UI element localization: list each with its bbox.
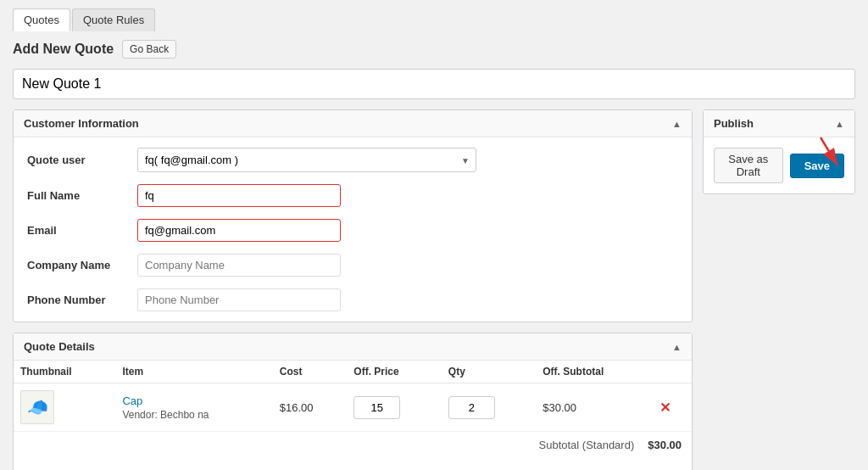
email-label: Email (27, 224, 137, 237)
full-name-field (137, 184, 678, 207)
phone-number-label: Phone Number (27, 294, 137, 306)
col-off-price: Off. Price (347, 361, 441, 383)
phone-number-row: Phone Number (27, 288, 678, 311)
customer-info-body: Quote user fq( fq@gmail.com ) ▼ (14, 137, 692, 322)
product-off-subtotal-cell: $30.00 (536, 383, 653, 432)
quote-user-select[interactable]: fq( fq@gmail.com ) (137, 148, 476, 172)
publish-toggle[interactable]: ▲ (835, 119, 844, 129)
quote-details-header: Quote Details ▲ (14, 333, 692, 361)
product-qty-cell (442, 383, 536, 432)
product-thumbnail: 🧢 (20, 390, 54, 424)
quote-details-table: Thumbnail Item Cost Off. Price Qty Off. … (14, 361, 692, 431)
full-name-label: Full Name (27, 189, 137, 202)
company-name-row: Company Name (27, 254, 678, 277)
product-name-link[interactable]: Cap (122, 394, 142, 407)
quote-user-field[interactable]: fq( fq@gmail.com ) ▼ (137, 148, 678, 172)
subtotal-row: Subtotal (Standard) $30.00 (14, 431, 692, 458)
phone-number-input[interactable] (137, 288, 341, 311)
quote-details-panel: Quote Details ▲ Thumbnail Item Cost Off.… (13, 333, 693, 470)
col-item: Item (115, 361, 272, 383)
page-header: Add New Quote Go Back (13, 40, 855, 59)
go-back-button[interactable]: Go Back (122, 40, 176, 59)
customer-info-header: Customer Information ▲ (14, 110, 692, 137)
publish-body: Save as Draft Save (704, 137, 854, 193)
product-vendor: Vendor: Bechbo na (122, 409, 265, 421)
email-input[interactable] (137, 219, 341, 242)
col-actions (653, 361, 692, 383)
publish-panel: Publish ▲ Save as Draft (703, 109, 855, 194)
company-name-field (137, 254, 678, 277)
tab-quotes[interactable]: Quotes (13, 8, 70, 31)
subtotal-label: Subtotal (Standard) (539, 439, 635, 451)
product-off-subtotal: $30.00 (542, 401, 576, 414)
off-price-input[interactable] (353, 396, 400, 419)
page-title: Add New Quote (13, 42, 114, 57)
quote-name-input[interactable] (13, 69, 855, 99)
product-off-price-cell (347, 383, 441, 432)
email-field (137, 219, 678, 242)
email-row: Email (27, 219, 678, 242)
quote-details-toggle[interactable]: ▲ (672, 342, 682, 352)
quote-user-label: Quote user (27, 154, 137, 166)
product-thumbnail-cell: 🧢 (14, 383, 115, 432)
save-button[interactable]: Save (790, 154, 844, 178)
full-name-row: Full Name (27, 184, 678, 207)
quote-details-title: Quote Details (24, 340, 95, 353)
content-area: Customer Information ▲ Quote user fq( fq… (13, 109, 693, 470)
col-off-subtotal: Off. Subtotal (536, 361, 653, 383)
tab-quote-rules[interactable]: Quote Rules (72, 8, 155, 31)
publish-header: Publish ▲ (704, 110, 854, 137)
customer-information-panel: Customer Information ▲ Quote user fq( fq… (13, 109, 693, 322)
full-name-input[interactable] (137, 184, 341, 207)
qty-input[interactable] (448, 396, 495, 419)
company-name-input[interactable] (137, 254, 341, 277)
save-draft-button[interactable]: Save as Draft (714, 148, 783, 183)
quote-user-row: Quote user fq( fq@gmail.com ) ▼ (27, 148, 678, 172)
sidebar: Publish ▲ Save as Draft (703, 109, 855, 194)
tabs-bar: Quotes Quote Rules (13, 8, 855, 31)
table-row: 🧢 Cap Vendor: Bechbo na (14, 383, 692, 432)
customer-info-toggle[interactable]: ▲ (672, 119, 682, 129)
main-layout: Customer Information ▲ Quote user fq( fq… (13, 109, 855, 470)
customer-info-title: Customer Information (24, 117, 139, 130)
col-cost: Cost (273, 361, 348, 383)
product-cost: $16.00 (280, 401, 314, 414)
company-name-label: Company Name (27, 259, 137, 271)
quote-details-body: Thumbnail Item Cost Off. Price Qty Off. … (14, 361, 692, 470)
product-delete-cell: ✕ (653, 383, 692, 432)
subtotal-value: $30.00 (648, 439, 682, 451)
col-thumbnail: Thumbnail (14, 361, 115, 383)
publish-title: Publish (714, 117, 754, 130)
delete-product-button[interactable]: ✕ (659, 400, 670, 416)
phone-number-field (137, 288, 678, 311)
product-info-cell: Cap Vendor: Bechbo na (115, 383, 272, 432)
quote-user-select-wrapper[interactable]: fq( fq@gmail.com ) ▼ (137, 148, 476, 172)
add-product-area: Add product(s) (14, 458, 692, 470)
product-cost-cell: $16.00 (273, 383, 348, 432)
col-qty: Qty (442, 361, 536, 383)
